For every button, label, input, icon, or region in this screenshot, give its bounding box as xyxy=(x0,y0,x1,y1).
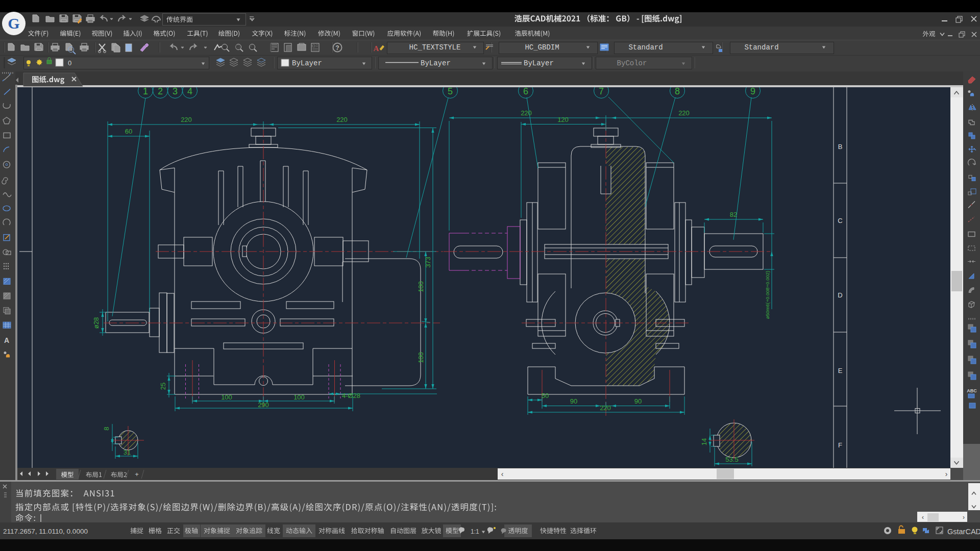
svg-text:1:1: 1:1 xyxy=(471,528,479,535)
svg-text:90: 90 xyxy=(570,397,577,405)
svg-text:+: + xyxy=(223,45,226,51)
svg-text:ByLayer: ByLayer xyxy=(292,59,322,67)
svg-text:A: A xyxy=(374,44,379,53)
svg-text:9: 9 xyxy=(750,86,755,96)
svg-text:8: 8 xyxy=(103,427,110,430)
svg-text:100: 100 xyxy=(221,393,232,401)
svg-text:7: 7 xyxy=(599,86,604,96)
svg-text:0: 0 xyxy=(68,59,71,67)
svg-text:25: 25 xyxy=(159,383,167,390)
svg-text:G: G xyxy=(8,15,19,32)
svg-text:373: 373 xyxy=(424,257,432,268)
svg-text:4-Ø28: 4-Ø28 xyxy=(342,392,360,399)
svg-text:8: 8 xyxy=(675,86,680,96)
svg-text:Standard: Standard xyxy=(628,43,663,52)
svg-text:Standard: Standard xyxy=(744,43,778,52)
svg-text:50: 50 xyxy=(542,392,549,399)
svg-text:‹: ‹ xyxy=(501,470,504,478)
svg-text:1: 1 xyxy=(143,86,148,96)
svg-text:60: 60 xyxy=(125,128,132,135)
svg-text:100: 100 xyxy=(293,393,305,401)
svg-text:220: 220 xyxy=(181,116,192,123)
svg-text:ByColor: ByColor xyxy=(617,59,647,67)
svg-text:HC_TEXTSTYLE: HC_TEXTSTYLE xyxy=(409,43,461,52)
svg-text:4: 4 xyxy=(187,86,192,96)
svg-text:ByLayer: ByLayer xyxy=(524,59,554,67)
svg-text:220: 220 xyxy=(600,404,611,412)
svg-text:›: › xyxy=(945,470,948,478)
svg-text:100: 100 xyxy=(417,352,425,363)
svg-text:C: C xyxy=(838,217,842,224)
svg-text:6: 6 xyxy=(523,86,528,96)
svg-text:90: 90 xyxy=(634,397,642,405)
svg-text:14: 14 xyxy=(700,438,708,445)
svg-text:5: 5 xyxy=(448,86,453,96)
svg-text:?: ? xyxy=(335,44,339,52)
svg-text:‹: ‹ xyxy=(922,514,924,521)
svg-text:›: › xyxy=(963,514,965,521)
svg-text:2117.2657, 11.0110, 0.0000: 2117.2657, 11.0110, 0.0000 xyxy=(3,528,88,535)
svg-text:53.5: 53.5 xyxy=(725,456,738,463)
svg-text:290: 290 xyxy=(258,401,269,409)
svg-text:D: D xyxy=(838,291,842,299)
svg-text:+: + xyxy=(135,470,139,478)
svg-text:ByLayer: ByLayer xyxy=(421,59,451,67)
svg-text:B: B xyxy=(838,143,843,151)
svg-text:HC_GBDIM: HC_GBDIM xyxy=(525,43,559,52)
svg-text:GstarCAD: GstarCAD xyxy=(947,528,980,536)
svg-text:100: 100 xyxy=(417,281,425,292)
svg-text:ABC: ABC xyxy=(967,388,977,393)
svg-text:A: A xyxy=(4,336,9,344)
svg-text:82: 82 xyxy=(730,211,737,218)
svg-text:ø50m6(+0.008+0.002): ø50m6(+0.008+0.002) xyxy=(765,271,770,319)
svg-text:ø28: ø28 xyxy=(92,317,100,329)
svg-text:220: 220 xyxy=(336,116,348,123)
svg-text:2: 2 xyxy=(158,86,163,96)
svg-text:E: E xyxy=(838,367,843,374)
svg-text:120: 120 xyxy=(557,116,569,123)
svg-text:220: 220 xyxy=(678,109,690,117)
svg-text:31: 31 xyxy=(124,448,131,456)
svg-text:3: 3 xyxy=(173,86,178,96)
svg-text:220: 220 xyxy=(521,109,532,117)
svg-text:F: F xyxy=(838,441,842,449)
